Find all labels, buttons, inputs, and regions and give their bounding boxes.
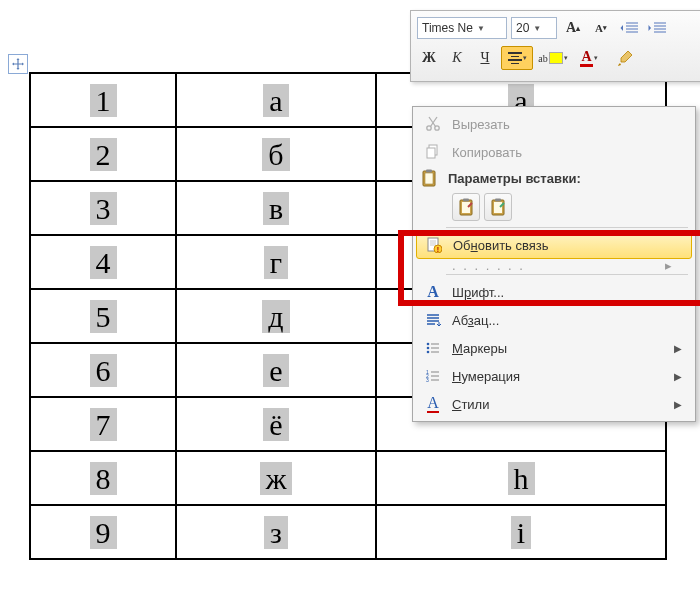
chevron-down-icon: ▼ (533, 24, 541, 33)
paste-option-keep-formatting[interactable] (452, 193, 480, 221)
cell-text: ж (260, 462, 293, 495)
cell-text: 4 (90, 246, 117, 279)
format-painter-button[interactable] (609, 46, 641, 70)
font-icon: A (420, 283, 446, 301)
table-cell[interactable]: 3 (30, 181, 176, 235)
cell-text: 9 (90, 516, 117, 549)
menu-separator (446, 227, 688, 228)
grow-font-button[interactable]: A▴ (561, 16, 585, 40)
svg-text:!: ! (437, 246, 439, 253)
cell-text: з (264, 516, 288, 549)
table-row[interactable]: 8жh (30, 451, 666, 505)
paste-options-row (416, 190, 692, 224)
table-cell[interactable]: 5 (30, 289, 176, 343)
mini-toolbar: Times Ne ▼ 20 ▼ A▴ A▾ Ж К Ч ▾ ab ▾ A ▾ (410, 10, 700, 82)
menu-numbering-label: Нумерация (446, 369, 674, 384)
increase-indent-button[interactable] (645, 16, 669, 40)
table-cell[interactable]: i (376, 505, 666, 559)
highlight-button[interactable]: ab ▾ (537, 46, 569, 70)
table-cell[interactable]: а (176, 73, 376, 127)
svg-rect-12 (495, 199, 501, 202)
font-name-value: Times Ne (422, 21, 473, 35)
svg-rect-6 (426, 170, 432, 173)
menu-styles-label: Стили (446, 397, 674, 412)
copy-icon (420, 144, 446, 160)
menu-numbering[interactable]: 123 Нумерация ▶ (416, 362, 692, 390)
table-cell[interactable]: ж (176, 451, 376, 505)
paste-option-merge-formatting[interactable] (484, 193, 512, 221)
italic-button[interactable]: К (445, 46, 469, 70)
chevron-right-icon: ▶ (674, 371, 686, 382)
chevron-down-icon: ▼ (477, 24, 485, 33)
menu-separator (446, 274, 688, 275)
table-cell[interactable]: г (176, 235, 376, 289)
table-cell[interactable]: б (176, 127, 376, 181)
cell-text: 3 (90, 192, 117, 225)
shrink-font-button[interactable]: A▾ (589, 16, 613, 40)
table-cell[interactable]: 1 (30, 73, 176, 127)
cell-text: г (264, 246, 288, 279)
cell-text: д (262, 300, 289, 333)
chevron-right-icon: ▶ (674, 399, 686, 410)
cell-text: 5 (90, 300, 117, 333)
table-cell[interactable]: е (176, 343, 376, 397)
table-cell[interactable]: ё (176, 397, 376, 451)
cell-text: а (263, 84, 288, 117)
cell-text: ё (263, 408, 288, 441)
table-cell[interactable]: h (376, 451, 666, 505)
numbering-icon: 123 (420, 368, 446, 384)
font-name-combo[interactable]: Times Ne ▼ (417, 17, 507, 39)
table-cell[interactable]: 7 (30, 397, 176, 451)
menu-paste-header: Параметры вставки: (416, 166, 692, 190)
menu-copy-label: Копировать (446, 145, 686, 160)
table-row[interactable]: 9зi (30, 505, 666, 559)
table-cell[interactable]: в (176, 181, 376, 235)
svg-text:3: 3 (426, 377, 429, 383)
font-color-button[interactable]: A ▾ (573, 46, 605, 70)
table-move-handle[interactable] (8, 54, 28, 74)
cell-text: 7 (90, 408, 117, 441)
cell-text: 6 (90, 354, 117, 387)
clipboard-icon (416, 169, 442, 187)
font-size-value: 20 (516, 21, 529, 35)
table-cell[interactable]: 8 (30, 451, 176, 505)
decrease-indent-button[interactable] (617, 16, 641, 40)
cell-text: 8 (90, 462, 117, 495)
chevron-down-icon: ▾ (564, 54, 568, 62)
chevron-right-icon: ▶ (674, 343, 686, 354)
align-center-button[interactable]: ▾ (501, 46, 533, 70)
menu-styles[interactable]: A Стили ▶ (416, 390, 692, 418)
menu-update-link[interactable]: ! Обновить связь (416, 231, 692, 259)
menu-truncated-row: . . . . . . .▸ (416, 259, 692, 271)
svg-point-18 (427, 351, 430, 354)
paragraph-icon (420, 312, 446, 328)
menu-update-link-label: Обновить связь (447, 238, 685, 253)
context-menu: Вырезать Копировать Параметры вставки: !… (412, 106, 696, 422)
font-size-combo[interactable]: 20 ▼ (511, 17, 557, 39)
table-cell[interactable]: 2 (30, 127, 176, 181)
menu-copy[interactable]: Копировать (416, 138, 692, 166)
cell-text: б (262, 138, 289, 171)
menu-paragraph[interactable]: Абзац... (416, 306, 692, 334)
svg-rect-5 (425, 173, 433, 184)
cell-text: в (263, 192, 289, 225)
svg-rect-3 (427, 148, 435, 158)
menu-cut[interactable]: Вырезать (416, 110, 692, 138)
table-cell[interactable]: 4 (30, 235, 176, 289)
table-cell[interactable]: 9 (30, 505, 176, 559)
menu-paste-header-label: Параметры вставки: (442, 171, 692, 186)
menu-font[interactable]: A Шрифт... (416, 278, 692, 306)
menu-paragraph-label: Абзац... (446, 313, 686, 328)
cell-text: е (263, 354, 288, 387)
menu-font-label: Шрифт... (446, 285, 686, 300)
underline-button[interactable]: Ч (473, 46, 497, 70)
table-cell[interactable]: з (176, 505, 376, 559)
menu-bullets-label: Маркеры (446, 341, 674, 356)
table-cell[interactable]: 6 (30, 343, 176, 397)
table-cell[interactable]: д (176, 289, 376, 343)
scissors-icon (420, 116, 446, 132)
menu-bullets[interactable]: Маркеры ▶ (416, 334, 692, 362)
cell-text: 1 (90, 84, 117, 117)
bold-button[interactable]: Ж (417, 46, 441, 70)
svg-rect-9 (463, 199, 469, 202)
